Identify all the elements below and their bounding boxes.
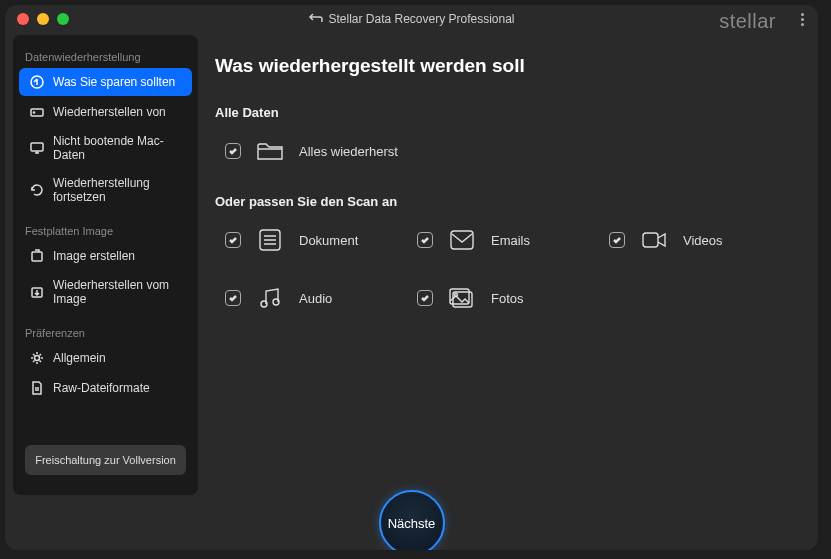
monitor-icon [29, 140, 45, 156]
sidebar-item-what-to-recover[interactable]: Was Sie sparen sollten [19, 68, 192, 96]
checkbox-videos[interactable] [609, 232, 625, 248]
sidebar-item-restore-from-image[interactable]: Wiederherstellen vom Image [19, 272, 192, 312]
customize-heading: Oder passen Sie den Scan an [215, 194, 798, 209]
svg-point-2 [33, 112, 34, 113]
sidebar-item-label: Raw-Dateiformate [53, 381, 150, 395]
section-title: Festplatten Image [13, 219, 198, 241]
checkbox-emails[interactable] [417, 232, 433, 248]
email-icon [447, 225, 477, 255]
raw-file-icon [29, 380, 45, 396]
drive-icon [29, 104, 45, 120]
folder-icon [255, 136, 285, 166]
window-title: Stellar Data Recovery Professional [308, 12, 514, 27]
option-label: Emails [491, 233, 530, 248]
sidebar: Datenwiederherstellung Was Sie sparen so… [13, 35, 198, 495]
svg-rect-8 [643, 233, 658, 247]
svg-rect-3 [31, 143, 43, 151]
sidebar-item-label: Wiederherstellen vom Image [53, 278, 182, 306]
sidebar-item-label: Wiederherstellen von [53, 105, 166, 119]
checkbox-all[interactable] [225, 143, 241, 159]
restore-icon [29, 74, 45, 90]
checkbox-photos[interactable] [417, 290, 433, 306]
close-window-button[interactable] [17, 13, 29, 25]
svg-rect-4 [32, 252, 42, 261]
sidebar-item-recover-from[interactable]: Wiederherstellen von [19, 98, 192, 126]
resume-icon [29, 182, 45, 198]
option-videos[interactable]: Videos [609, 225, 749, 255]
document-icon [255, 225, 285, 255]
section-title: Datenwiederherstellung [13, 45, 198, 67]
minimize-window-button[interactable] [37, 13, 49, 25]
main-content: Was wiederhergestellt werden soll Alle D… [215, 55, 798, 530]
option-label: Audio [299, 291, 332, 306]
option-emails[interactable]: Emails [417, 225, 557, 255]
option-recover-everything[interactable]: Alles wiederherst [225, 136, 398, 166]
sidebar-item-label: Nicht bootende Mac-Daten [53, 134, 182, 162]
page-title: Was wiederhergestellt werden soll [215, 55, 798, 77]
option-label: Fotos [491, 291, 524, 306]
section-title: Präferenzen [13, 321, 198, 343]
app-title-text: Stellar Data Recovery Professional [328, 12, 514, 26]
maximize-window-button[interactable] [57, 13, 69, 25]
next-button[interactable]: Nächste [379, 490, 445, 550]
sidebar-item-non-booting[interactable]: Nicht bootende Mac-Daten [19, 128, 192, 168]
brand-logo: stellar [719, 10, 776, 33]
restore-image-icon [29, 284, 45, 300]
option-label: Alles wiederherst [299, 144, 398, 159]
traffic-lights [17, 13, 69, 25]
sidebar-item-label: Allgemein [53, 351, 106, 365]
sidebar-item-create-image[interactable]: Image erstellen [19, 242, 192, 270]
sidebar-item-label: Was Sie sparen sollten [53, 75, 175, 89]
titlebar: Stellar Data Recovery Professional stell… [5, 5, 818, 33]
option-document[interactable]: Dokument [225, 225, 365, 255]
photo-icon [447, 283, 477, 313]
create-image-icon [29, 248, 45, 264]
checkbox-audio[interactable] [225, 290, 241, 306]
gear-icon [29, 350, 45, 366]
option-audio[interactable]: Audio [225, 283, 365, 313]
app-window: Stellar Data Recovery Professional stell… [5, 5, 818, 550]
sidebar-item-resume-recovery[interactable]: Wiederherstellung fortsetzen [19, 170, 192, 210]
sidebar-item-label: Wiederherstellung fortsetzen [53, 176, 182, 204]
back-icon[interactable] [308, 12, 322, 27]
sidebar-item-raw-formats[interactable]: Raw-Dateiformate [19, 374, 192, 402]
checkbox-document[interactable] [225, 232, 241, 248]
svg-point-6 [35, 356, 40, 361]
option-label: Videos [683, 233, 723, 248]
sidebar-item-general[interactable]: Allgemein [19, 344, 192, 372]
all-data-heading: Alle Daten [215, 105, 798, 120]
sidebar-item-label: Image erstellen [53, 249, 135, 263]
unlock-full-version-button[interactable]: Freischaltung zur Vollversion [25, 445, 186, 475]
menu-icon[interactable] [801, 13, 804, 26]
option-photos[interactable]: Fotos [417, 283, 557, 313]
option-label: Dokument [299, 233, 358, 248]
video-icon [639, 225, 669, 255]
audio-icon [255, 283, 285, 313]
